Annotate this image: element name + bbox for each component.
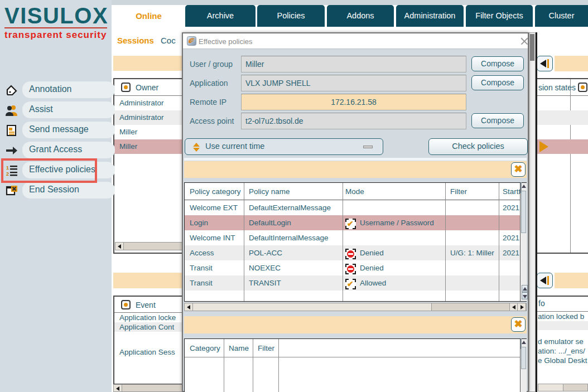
states-toolbar [555, 56, 588, 71]
column-radio-icon [121, 300, 131, 309]
close-icon[interactable] [520, 37, 528, 45]
user-group-field[interactable]: Miller [241, 56, 466, 72]
scroll-right-icon[interactable] [518, 303, 526, 311]
sidebar-item-effective-policies[interactable]: 12 Effective policies [0, 162, 112, 178]
subtab-cockpit-partial[interactable]: Coc [161, 36, 176, 45]
session-states-table: sion states [537, 78, 588, 254]
tab-administration[interactable]: Administration [396, 5, 464, 27]
table-row-selected[interactable] [537, 139, 588, 154]
sidebar-item-send-message[interactable]: Send message [0, 122, 112, 138]
clear-details-button[interactable]: ✖ [511, 317, 526, 332]
event-table-hscrollbar[interactable] [113, 384, 186, 392]
denied-icon [345, 249, 356, 259]
checkbox-checked-icon: ✔ [345, 219, 356, 229]
tab-online[interactable]: Online [112, 5, 186, 27]
panel-frame-line [536, 32, 537, 392]
time-select[interactable]: Use current time [185, 138, 383, 155]
compose-application-button[interactable]: Compose [471, 75, 524, 90]
effective-policies-dialog: Effective policies User / group Miller C… [182, 32, 529, 392]
tab-cluster[interactable]: Cluster [535, 5, 588, 27]
message-icon [4, 123, 19, 138]
application-label: Application [190, 79, 228, 88]
detail-table: Category Name Filter [184, 338, 527, 392]
numbered-list-icon: 12 [4, 163, 19, 178]
spinner-down-icon [193, 148, 200, 152]
people-icon [4, 103, 19, 118]
policy-table-header: Policy category Policy name Mode Filter … [185, 183, 526, 200]
access-point-label: Access point [190, 117, 234, 125]
check-policies-button[interactable]: Check policies [428, 138, 528, 155]
detail-table-vscrollbar[interactable] [520, 339, 527, 392]
application-field[interactable]: VLX JUMP SHELL [241, 75, 466, 91]
policy-row[interactable]: Welcome EXT DefaultExternalMessage 2021 [185, 200, 526, 215]
vscrollbar-thumb[interactable] [521, 191, 526, 233]
dialog-title: Effective policies [199, 37, 253, 46]
info-line: d emulator se [538, 337, 584, 346]
sidebar-item-end-session[interactable]: End Session [0, 182, 112, 199]
user-group-label: User / group [190, 60, 233, 69]
scroll-up-icon[interactable] [522, 285, 528, 292]
scroll-down-icon[interactable] [522, 292, 528, 299]
info-table: fo ation locked b d emulator se ation: .… [537, 296, 588, 381]
clear-policies-button[interactable]: ✖ [511, 162, 526, 177]
brand-logo: VISULOX transparent security [4, 4, 107, 41]
column-radio-icon [121, 83, 131, 92]
svg-text:2: 2 [6, 171, 9, 177]
table-row[interactable]: ation locked b [537, 312, 588, 321]
column-radio-icon [578, 83, 587, 92]
remote-ip-label: Remote IP [190, 98, 226, 107]
sidebar-item-grant-access[interactable]: Grant Access [0, 142, 112, 158]
info-line: e Global Deskt [538, 356, 587, 365]
visulox-app: VISULOX transparent security Annotation … [0, 0, 588, 392]
scroll-left-icon[interactable] [509, 303, 518, 311]
policy-row[interactable]: Access POL-ACC Denied U/G: 1: Miller 202… [185, 245, 526, 260]
detail-table-header: Category Name Filter [185, 339, 526, 357]
detail-result-bar [184, 316, 527, 333]
info-column-header[interactable]: fo [537, 297, 588, 312]
compose-access-point-button[interactable]: Compose [471, 113, 524, 128]
policy-row[interactable]: Transit NOEXEC Denied [185, 260, 526, 275]
arrow-right-icon [4, 143, 19, 158]
tab-archive[interactable]: Archive [185, 5, 256, 27]
checkbox-checked-icon: ✔ [345, 279, 356, 289]
tab-filter-objects[interactable]: Filter Objects [466, 5, 533, 27]
collapse-left-button[interactable] [537, 273, 553, 288]
tag-icon [4, 83, 19, 98]
policy-table-hscrollbar[interactable] [184, 303, 527, 311]
spinner-up-icon [193, 143, 200, 147]
policy-table-vscrollbar[interactable] [520, 183, 527, 301]
policy-row-selected[interactable]: Login DefaultLogin ✔ Username / Password [185, 215, 526, 230]
info-table-hscrollbar[interactable] [538, 384, 588, 391]
policy-row[interactable]: Welcome INT DefaultInternalMessage 2021 [185, 230, 526, 245]
window-vscrollbar[interactable] [529, 32, 536, 392]
scroll-left-icon[interactable] [115, 243, 124, 250]
tab-policies[interactable]: Policies [257, 5, 325, 27]
dialog-titlebar[interactable]: Effective policies [183, 33, 528, 49]
sidebar-item-annotation[interactable]: Annotation [0, 81, 112, 98]
policy-row[interactable]: Transit TRANSIT ✔ Allowed [185, 275, 526, 291]
subtab-sessions[interactable]: Sessions [117, 36, 154, 45]
info-line: ation: .../_ens/ [538, 347, 585, 355]
time-select-handle[interactable] [363, 146, 373, 148]
end-session-icon [4, 183, 19, 198]
vscrollbar-thumb[interactable] [521, 347, 526, 369]
top-strip [112, 0, 588, 5]
access-point-field[interactable]: t2-ol7u2.tbsol.de [241, 113, 466, 129]
collapse-left-button[interactable] [537, 56, 553, 71]
scroll-left-icon[interactable] [114, 385, 122, 391]
dialog-app-icon [187, 36, 196, 46]
tab-addons[interactable]: Addons [327, 5, 394, 27]
remote-ip-field[interactable]: 172.16.21.58 [241, 94, 466, 110]
denied-icon [345, 264, 356, 274]
policy-table: Policy category Policy name Mode Filter … [184, 182, 527, 302]
compose-user-button[interactable]: Compose [471, 56, 524, 71]
policy-result-bar [184, 161, 527, 178]
play-icon [539, 141, 548, 152]
scroll-left-icon[interactable] [185, 303, 193, 311]
sidebar-item-assist[interactable]: Assist [0, 101, 112, 118]
states-column-header[interactable]: sion states [537, 79, 588, 96]
info-toolbar [555, 273, 588, 288]
brand-name: VISULOX [4, 4, 107, 27]
vscrollbar-thumb[interactable] [530, 34, 534, 61]
brand-tagline: transparent security [4, 30, 107, 41]
